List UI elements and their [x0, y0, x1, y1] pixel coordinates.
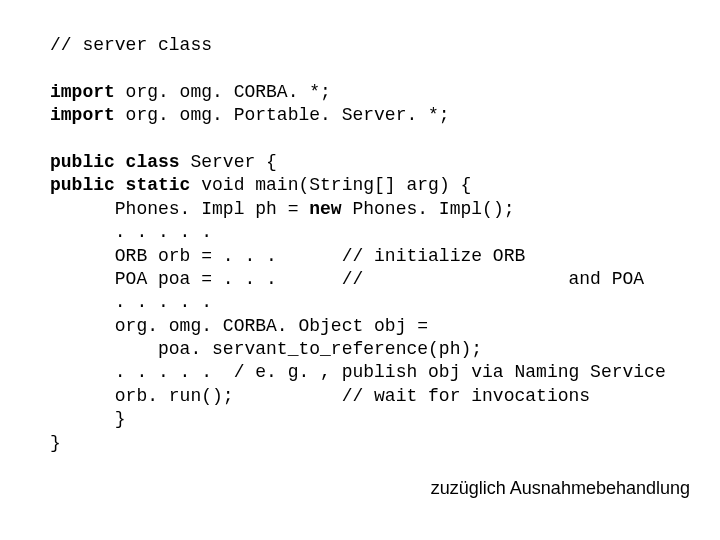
- line-close-brace: }: [50, 409, 126, 429]
- line-poa: POA poa = . . . // and POA: [50, 269, 644, 289]
- comment-line: // server class: [50, 35, 212, 55]
- keyword-new: new: [309, 199, 341, 219]
- import-stmt: org. omg. Portable. Server. *;: [115, 105, 450, 125]
- line-ellipsis: . . . . .: [50, 222, 212, 242]
- line-ellipsis: . . . . .: [50, 292, 212, 312]
- keyword-public-class: public class: [50, 152, 180, 172]
- line-obj-decl: org. omg. CORBA. Object obj =: [50, 316, 428, 336]
- footer-note: zuzüglich Ausnahmebehandlung: [431, 477, 690, 500]
- line-phones-decl: Phones. Impl ph =: [50, 199, 309, 219]
- keyword-import: import: [50, 82, 115, 102]
- line-orb-run: orb. run(); // wait for invocations: [50, 386, 590, 406]
- keyword-public-static: public static: [50, 175, 190, 195]
- line-servant-ref: poa. servant_to_reference(ph);: [50, 339, 482, 359]
- import-stmt: org. omg. CORBA. *;: [115, 82, 331, 102]
- keyword-import: import: [50, 105, 115, 125]
- line-close-brace: }: [50, 433, 61, 453]
- main-sig: void main(String[] arg) {: [190, 175, 471, 195]
- code-block: // server class import org. omg. CORBA. …: [0, 0, 720, 455]
- line-phones-ctor: Phones. Impl();: [342, 199, 515, 219]
- line-orb: ORB orb = . . . // initialize ORB: [50, 246, 525, 266]
- line-publish: . . . . . / e. g. , publish obj via Nami…: [50, 362, 666, 382]
- class-decl: Server {: [180, 152, 277, 172]
